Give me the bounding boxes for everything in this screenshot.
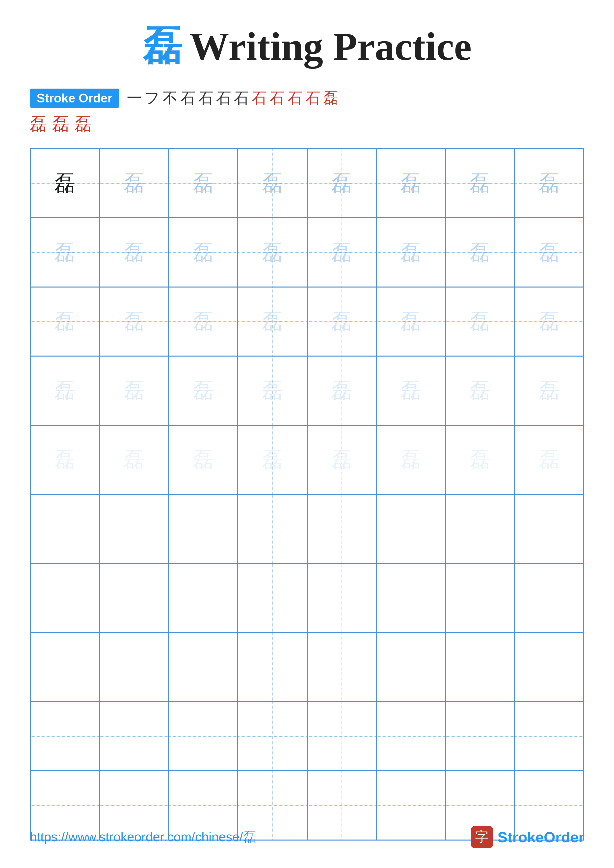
grid-cell[interactable] [169,633,238,702]
stroke-s12: 磊 [323,88,338,108]
grid-cell[interactable]: 磊 [238,287,307,356]
grid-cell[interactable]: 磊 [169,356,238,425]
grid-cell[interactable]: 磊 [445,218,515,287]
grid-cell[interactable]: 磊 [169,425,238,494]
grid-cell[interactable]: 磊 [376,425,445,494]
grid-cell[interactable] [445,494,515,563]
grid-cell[interactable]: 磊 [99,356,168,425]
stroke-s8: 石 [252,88,267,108]
grid-cell[interactable]: 磊 [515,425,584,494]
footer-url[interactable]: https://www.strokeorder.com/chinese/磊 [30,828,256,846]
grid-cell[interactable] [169,702,238,771]
grid-cell[interactable]: 磊 [30,425,99,494]
grid-cell[interactable]: 磊 [445,425,515,494]
grid-cell[interactable]: 磊 [238,356,307,425]
grid-row-5: 磊 磊 磊 磊 磊 磊 磊 磊 [30,425,584,494]
grid-cell[interactable]: 磊 [307,425,376,494]
grid-cell[interactable]: 磊 [307,356,376,425]
stroke-s1: 一 [127,88,141,108]
grid-cell[interactable] [30,494,99,563]
logo-chinese-char: 字 [475,828,489,846]
grid-cell[interactable]: 磊 [30,149,99,218]
grid-cell[interactable]: 磊 [515,356,584,425]
stroke-s2: フ [145,88,160,108]
grid-cell[interactable] [445,702,515,771]
grid-cell[interactable]: 磊 [307,287,376,356]
stroke-order-badge: Stroke Order [30,88,120,108]
grid-cell[interactable]: 磊 [376,218,445,287]
grid-cell[interactable] [30,563,99,632]
grid-cell[interactable]: 磊 [376,287,445,356]
grid-row-3: 磊 磊 磊 磊 磊 磊 磊 磊 [30,287,584,356]
grid-cell[interactable] [515,563,584,632]
practice-grid: 磊 磊 磊 磊 磊 磊 磊 磊 磊 磊 磊 磊 磊 磊 磊 磊 磊 磊 磊 磊 … [30,148,584,840]
grid-cell[interactable]: 磊 [445,149,515,218]
grid-cell[interactable] [99,494,168,563]
grid-cell[interactable]: 磊 [30,287,99,356]
grid-cell[interactable]: 磊 [99,218,168,287]
grid-row-9 [30,702,584,771]
grid-cell[interactable] [169,563,238,632]
grid-row-4: 磊 磊 磊 磊 磊 磊 磊 磊 [30,356,584,425]
grid-row-7 [30,563,584,632]
grid-cell[interactable]: 磊 [445,356,515,425]
grid-cell[interactable] [30,702,99,771]
grid-row-2: 磊 磊 磊 磊 磊 磊 磊 磊 [30,218,584,287]
grid-cell[interactable]: 磊 [30,218,99,287]
logo-text-stroke: Stroke [497,829,544,845]
footer-logo: 字 StrokeOrder [471,826,584,848]
grid-cell[interactable]: 磊 [445,287,515,356]
grid-cell[interactable] [238,702,307,771]
grid-cell[interactable]: 磊 [238,149,307,218]
grid-cell[interactable] [376,563,445,632]
grid-cell[interactable]: 磊 [169,218,238,287]
stroke-s7: 石 [234,88,249,108]
stroke-order-section: Stroke Order 一 フ 不 石 石 石 石 石 石 石 石 磊 磊 磊… [30,88,584,136]
grid-cell[interactable]: 磊 [376,356,445,425]
grid-cell[interactable] [307,563,376,632]
grid-cell[interactable] [238,494,307,563]
grid-cell[interactable]: 磊 [515,149,584,218]
grid-cell[interactable]: 磊 [307,149,376,218]
grid-cell[interactable] [99,702,168,771]
grid-cell[interactable]: 磊 [169,287,238,356]
stroke-s3: 不 [163,88,177,108]
stroke-s9: 石 [270,88,284,108]
grid-cell[interactable] [99,633,168,702]
grid-cell[interactable] [376,494,445,563]
grid-cell[interactable]: 磊 [99,149,168,218]
grid-cell[interactable] [445,633,515,702]
grid-cell[interactable] [307,494,376,563]
footer: https://www.strokeorder.com/chinese/磊 字 … [30,826,584,848]
page-title: 磊 Writing Practice [142,20,472,73]
grid-cell[interactable] [376,702,445,771]
grid-cell[interactable] [30,633,99,702]
stroke-chars-row1: 一 フ 不 石 石 石 石 石 石 石 石 磊 [127,88,338,108]
title-text: Writing Practice [190,24,472,70]
grid-cell[interactable]: 磊 [376,149,445,218]
grid-cell[interactable] [169,494,238,563]
stroke-s11: 石 [305,88,320,108]
grid-cell[interactable] [99,563,168,632]
grid-cell[interactable] [515,633,584,702]
strokeorder-logo-icon: 字 [471,826,493,848]
grid-cell[interactable] [376,633,445,702]
grid-cell[interactable]: 磊 [515,218,584,287]
grid-cell[interactable]: 磊 [99,425,168,494]
grid-cell[interactable]: 磊 [515,287,584,356]
grid-cell[interactable] [238,563,307,632]
grid-cell[interactable] [238,633,307,702]
grid-cell[interactable] [515,494,584,563]
grid-cell[interactable] [307,702,376,771]
grid-cell[interactable]: 磊 [307,218,376,287]
grid-cell[interactable] [445,563,515,632]
grid-cell[interactable] [307,633,376,702]
title-chinese-char: 磊 [142,20,182,73]
grid-cell[interactable]: 磊 [99,287,168,356]
grid-cell[interactable]: 磊 [30,356,99,425]
grid-cell[interactable] [515,702,584,771]
logo-text-order: Order [544,829,584,845]
grid-cell[interactable]: 磊 [169,149,238,218]
grid-cell[interactable]: 磊 [238,425,307,494]
grid-cell[interactable]: 磊 [238,218,307,287]
